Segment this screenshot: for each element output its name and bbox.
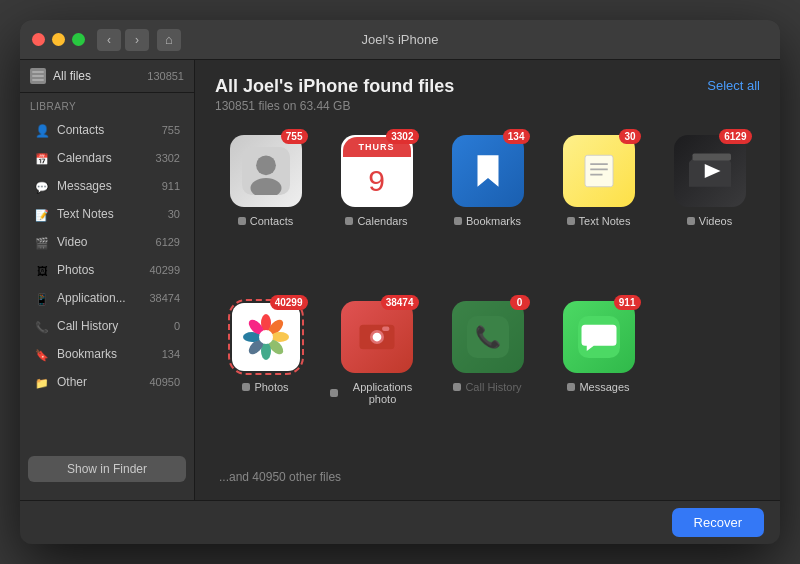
svg-rect-1 — [32, 75, 44, 77]
callhistory-app-icon: 📞 — [452, 301, 524, 373]
svg-point-4 — [256, 155, 276, 175]
messages-badge: 911 — [614, 295, 641, 310]
sidebar-item-messages[interactable]: Messages 911 — [24, 173, 190, 199]
grid-item-photos[interactable]: 40299 Photos — [215, 293, 316, 461]
select-all-button[interactable]: Select all — [707, 78, 760, 93]
sidebar-item-contacts[interactable]: Contacts 755 — [24, 117, 190, 143]
grid-item-calendars[interactable]: Thurs 9 3302 Calendars — [326, 127, 427, 283]
bookmarks-label: Bookmarks — [57, 347, 158, 361]
videos-app-icon — [674, 135, 746, 207]
photos-icon — [34, 262, 50, 278]
other-files-text: ...and 40950 other files — [215, 470, 760, 484]
contacts-count: 755 — [162, 124, 180, 136]
other-count: 40950 — [149, 376, 180, 388]
sidebar-item-video[interactable]: Video 6129 — [24, 229, 190, 255]
messages-grid-label: Messages — [567, 381, 629, 393]
library-header: Library — [20, 93, 194, 116]
forward-button[interactable]: › — [125, 29, 149, 51]
messages-app-icon — [563, 301, 635, 373]
video-count: 6129 — [156, 236, 180, 248]
sidebar-item-other[interactable]: Other 40950 — [24, 369, 190, 395]
messages-count: 911 — [162, 180, 180, 192]
header-text: All Joel's iPhone found files 130851 fil… — [215, 76, 454, 113]
sidebar-item-textnotes[interactable]: Text Notes 30 — [24, 201, 190, 227]
svg-text:📞: 📞 — [475, 324, 502, 350]
textnotes-label: Text Notes — [57, 207, 164, 221]
sidebar-item-calendars[interactable]: Calendars 3302 — [24, 145, 190, 171]
allfiles-label: All files — [53, 69, 147, 83]
sidebar-item-applications[interactable]: Application... 38474 — [24, 285, 190, 311]
textnotes-count: 30 — [168, 208, 180, 220]
appphoto-icon-wrapper: 38474 — [341, 301, 413, 373]
titlebar: ‹ › ⌂ Joel's iPhone — [20, 20, 780, 60]
grid-item-messages[interactable]: 911 Messages — [548, 293, 649, 461]
callhistory-grid-label: Call History — [453, 381, 521, 393]
contacts-app-icon — [230, 135, 302, 207]
sidebar-item-allfiles[interactable]: All files 130851 — [20, 60, 194, 93]
grid-item-videos[interactable]: 6129 Videos — [659, 127, 760, 283]
grid-item-textnotes[interactable]: 30 Text Notes — [548, 127, 649, 283]
svg-point-21 — [259, 330, 273, 344]
main-window: ‹ › ⌂ Joel's iPhone All files 130851 Lib… — [20, 20, 780, 544]
body: All files 130851 Library Contacts 755 Ca… — [20, 60, 780, 500]
applications-label: Application... — [57, 291, 145, 305]
bookmarks-icon-wrapper: 134 — [452, 135, 524, 207]
sidebar-item-photos[interactable]: Photos 40299 — [24, 257, 190, 283]
textnotes-icon-wrapper: 30 — [563, 135, 635, 207]
svg-point-24 — [372, 332, 381, 341]
minimize-button[interactable] — [52, 33, 65, 46]
page-subtitle: 130851 files on 63.44 GB — [215, 99, 454, 113]
window-title: Joel's iPhone — [362, 32, 439, 47]
video-icon — [34, 234, 50, 250]
appphoto-grid-label: Applications photo — [330, 381, 423, 405]
videos-grid-label: Videos — [687, 215, 732, 227]
callhistory-icon-wrapper: 📞 0 — [452, 301, 524, 373]
bookmarks-count: 134 — [162, 348, 180, 360]
page-title: All Joel's iPhone found files — [215, 76, 454, 97]
file-grid: 755 Contacts Thurs 9 3302 — [215, 127, 760, 460]
close-button[interactable] — [32, 33, 45, 46]
contacts-icon — [34, 122, 50, 138]
bookmarks-grid-label: Bookmarks — [454, 215, 521, 227]
messages-icon-wrapper: 911 — [563, 301, 635, 373]
video-label: Video — [57, 235, 152, 249]
other-icon — [34, 374, 50, 390]
videos-badge: 6129 — [719, 129, 751, 144]
calendars-icon-wrapper: Thurs 9 3302 — [341, 135, 413, 207]
callhistory-icon — [34, 318, 50, 334]
main-header: All Joel's iPhone found files 130851 fil… — [215, 76, 760, 113]
appphoto-badge: 38474 — [381, 295, 419, 310]
textnotes-icon — [34, 206, 50, 222]
recover-button[interactable]: Recover — [672, 508, 764, 537]
main-content: All Joel's iPhone found files 130851 fil… — [195, 60, 780, 500]
back-button[interactable]: ‹ — [97, 29, 121, 51]
calendars-icon — [34, 150, 50, 166]
calendars-count: 3302 — [156, 152, 180, 164]
textnotes-grid-label: Text Notes — [567, 215, 631, 227]
bottom-bar: Recover — [20, 500, 780, 544]
show-in-finder-button[interactable]: Show in Finder — [28, 456, 186, 482]
svg-rect-11 — [692, 154, 731, 161]
allfiles-icon — [30, 68, 46, 84]
svg-rect-2 — [32, 79, 44, 81]
grid-item-bookmarks[interactable]: 134 Bookmarks — [437, 127, 538, 283]
calendars-badge: 3302 — [386, 129, 418, 144]
photos-icon-wrapper: 40299 — [230, 301, 302, 373]
appphoto-app-icon — [341, 301, 413, 373]
sidebar-item-callhistory[interactable]: Call History 0 — [24, 313, 190, 339]
contacts-label: Contacts — [57, 123, 158, 137]
videos-icon-wrapper: 6129 — [674, 135, 746, 207]
textnotes-badge: 30 — [619, 129, 640, 144]
maximize-button[interactable] — [72, 33, 85, 46]
home-button[interactable]: ⌂ — [157, 29, 181, 51]
photos-count: 40299 — [149, 264, 180, 276]
grid-item-callhistory[interactable]: 📞 0 Call History — [437, 293, 538, 461]
textnotes-app-icon — [563, 135, 635, 207]
grid-item-contacts[interactable]: 755 Contacts — [215, 127, 316, 283]
grid-item-appphoto[interactable]: 38474 Applications photo — [326, 293, 427, 461]
photos-grid-label: Photos — [242, 381, 288, 393]
contacts-grid-label: Contacts — [238, 215, 293, 227]
calendars-grid-label: Calendars — [345, 215, 407, 227]
contacts-badge: 755 — [281, 129, 308, 144]
sidebar-item-bookmarks[interactable]: Bookmarks 134 — [24, 341, 190, 367]
